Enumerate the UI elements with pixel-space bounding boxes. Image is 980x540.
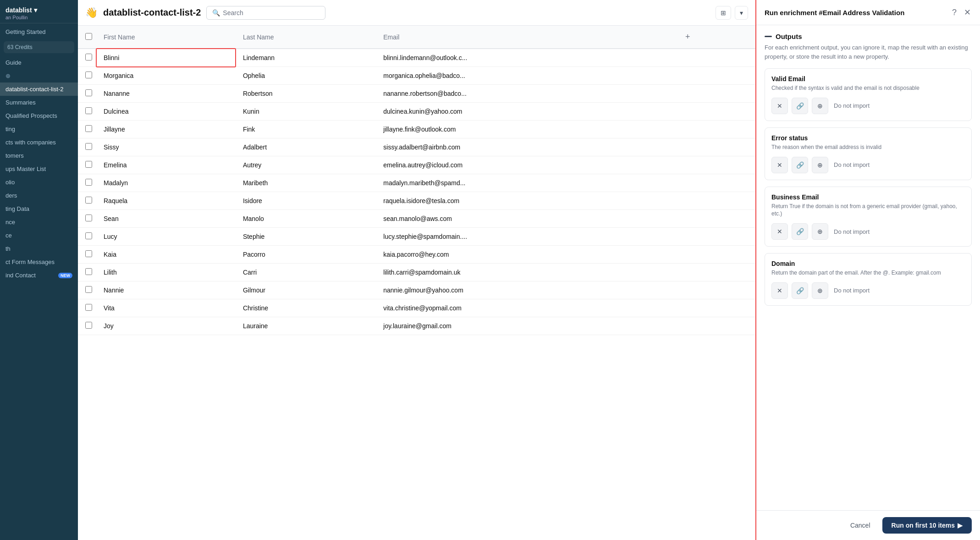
output-add-btn-domain[interactable]: ⊕	[812, 282, 828, 299]
sidebar-item-guide[interactable]: Guide	[0, 56, 78, 69]
sidebar-item-ind-contact-new[interactable]: ind Contact New	[0, 269, 78, 282]
help-button[interactable]: ?	[951, 7, 958, 18]
row-checkbox[interactable]	[85, 197, 92, 204]
cell-first-name[interactable]: Joy	[96, 317, 236, 335]
cell-email[interactable]: jillayne.fink@outlook.com	[376, 121, 674, 138]
cell-first-name[interactable]: Blinni	[96, 49, 236, 67]
cell-first-name[interactable]: Lilith	[96, 264, 236, 281]
cell-email[interactable]: vita.christine@yopmail.com	[376, 299, 674, 317]
cell-first-name[interactable]: Nananne	[96, 85, 236, 103]
cell-first-name[interactable]: Dulcinea	[96, 103, 236, 121]
cell-last-name[interactable]: Kunin	[236, 103, 376, 121]
add-column-button[interactable]: +	[682, 30, 694, 44]
cell-last-name[interactable]: Isidore	[236, 192, 376, 210]
cell-email[interactable]: lilith.carri@spamdomain.uk	[376, 264, 674, 281]
output-ignore-btn-domain[interactable]: ✕	[771, 282, 788, 299]
output-add-btn-valid-email[interactable]: ⊕	[812, 98, 828, 114]
sidebar-item-ting-data[interactable]: ting Data	[0, 202, 78, 215]
cell-last-name[interactable]: Autrey	[236, 156, 376, 174]
cell-first-name[interactable]: Nannie	[96, 281, 236, 299]
search-box[interactable]: 🔍 Search	[206, 6, 325, 20]
row-checkbox[interactable]	[85, 215, 92, 221]
cell-last-name[interactable]: Manolo	[236, 210, 376, 228]
cell-email[interactable]: raquela.isidore@tesla.com	[376, 192, 674, 210]
cell-first-name[interactable]: Sissy	[96, 138, 236, 156]
cell-email[interactable]: emelina.autrey@icloud.com	[376, 156, 674, 174]
cell-email[interactable]: kaia.pacorro@hey.com	[376, 246, 674, 264]
cell-last-name[interactable]: Pacorro	[236, 246, 376, 264]
row-checkbox[interactable]	[85, 143, 92, 150]
cell-first-name[interactable]: Morganica	[96, 67, 236, 85]
sidebar-item-ups-master-list[interactable]: ups Master List	[0, 162, 78, 176]
run-button[interactable]: Run on first 10 items ▶	[882, 517, 972, 534]
row-checkbox[interactable]	[85, 107, 92, 114]
sidebar-item-ct-form-messages[interactable]: ct Form Messages	[0, 255, 78, 269]
row-checkbox[interactable]	[85, 268, 92, 275]
row-checkbox[interactable]	[85, 286, 92, 293]
cell-first-name[interactable]: Vita	[96, 299, 236, 317]
output-map-btn-valid-email[interactable]: 🔗	[792, 98, 808, 114]
cell-last-name[interactable]: Ophelia	[236, 67, 376, 85]
row-checkbox[interactable]	[85, 54, 92, 61]
app-name[interactable]: datablist ▾	[6, 6, 72, 14]
row-checkbox[interactable]	[85, 89, 92, 96]
cell-email[interactable]: joy.lauraine@gmail.com	[376, 317, 674, 335]
sidebar-add-button[interactable]: ⊕	[0, 69, 78, 83]
cell-email[interactable]: nananne.robertson@badco...	[376, 85, 674, 103]
sidebar-item-datalist-contact-list-2[interactable]: datablist-contact-list-2	[0, 83, 78, 96]
sidebar-item-qualified-prospects[interactable]: Qualified Prospects	[0, 109, 78, 122]
row-checkbox[interactable]	[85, 125, 92, 132]
sidebar-item-th[interactable]: th	[0, 242, 78, 255]
row-checkbox[interactable]	[85, 161, 92, 168]
cell-email[interactable]: sean.manolo@aws.com	[376, 210, 674, 228]
output-add-btn-error-status[interactable]: ⊕	[812, 157, 828, 173]
cell-last-name[interactable]: Stephie	[236, 228, 376, 246]
sort-button[interactable]: ▾	[735, 6, 748, 20]
cell-first-name[interactable]: Raquela	[96, 192, 236, 210]
select-all-checkbox[interactable]	[85, 33, 92, 40]
cancel-button[interactable]: Cancel	[843, 518, 878, 533]
cell-email[interactable]: lucy.stephie@spamdomain....	[376, 228, 674, 246]
output-ignore-btn-business-email[interactable]: ✕	[771, 223, 788, 240]
row-checkbox[interactable]	[85, 179, 92, 186]
cell-last-name[interactable]: Adalbert	[236, 138, 376, 156]
cell-last-name[interactable]: Christine	[236, 299, 376, 317]
cell-email[interactable]: blinni.lindemann@outlook.c...	[376, 49, 674, 67]
cell-last-name[interactable]: Lauraine	[236, 317, 376, 335]
row-checkbox[interactable]	[85, 250, 92, 257]
cell-email[interactable]: nannie.gilmour@yahoo.com	[376, 281, 674, 299]
cell-email[interactable]: morganica.ophelia@badco...	[376, 67, 674, 85]
output-add-btn-business-email[interactable]: ⊕	[812, 223, 828, 240]
cell-email[interactable]: madalyn.maribeth@spamd...	[376, 174, 674, 192]
sidebar-item-ting[interactable]: ting	[0, 122, 78, 136]
cell-first-name[interactable]: Lucy	[96, 228, 236, 246]
sidebar-item-summaries[interactable]: Summaries	[0, 96, 78, 109]
cell-last-name[interactable]: Lindemann	[236, 49, 376, 67]
output-map-btn-error-status[interactable]: 🔗	[792, 157, 808, 173]
cell-email[interactable]: dulcinea.kunin@yahoo.com	[376, 103, 674, 121]
cell-first-name[interactable]: Jillayne	[96, 121, 236, 138]
sidebar-item-ders[interactable]: ders	[0, 189, 78, 202]
output-map-btn-domain[interactable]: 🔗	[792, 282, 808, 299]
output-ignore-btn-error-status[interactable]: ✕	[771, 157, 788, 173]
cell-first-name[interactable]: Emelina	[96, 156, 236, 174]
cell-first-name[interactable]: Kaia	[96, 246, 236, 264]
row-checkbox[interactable]	[85, 72, 92, 78]
close-panel-button[interactable]: ✕	[963, 6, 972, 18]
cell-email[interactable]: sissy.adalbert@airbnb.com	[376, 138, 674, 156]
output-map-btn-business-email[interactable]: 🔗	[792, 223, 808, 240]
cell-first-name[interactable]: Sean	[96, 210, 236, 228]
row-checkbox[interactable]	[85, 322, 92, 329]
output-ignore-btn-valid-email[interactable]: ✕	[771, 98, 788, 114]
cell-last-name[interactable]: Fink	[236, 121, 376, 138]
row-checkbox[interactable]	[85, 304, 92, 311]
sidebar-item-getting-started[interactable]: Getting Started	[0, 25, 78, 39]
row-checkbox[interactable]	[85, 232, 92, 239]
filter-button[interactable]: ⊞	[716, 6, 731, 20]
cell-last-name[interactable]: Gilmour	[236, 281, 376, 299]
cell-first-name[interactable]: Madalyn	[96, 174, 236, 192]
sidebar-item-nce[interactable]: nce	[0, 215, 78, 229]
cell-last-name[interactable]: Maribeth	[236, 174, 376, 192]
sidebar-item-olio[interactable]: olio	[0, 176, 78, 189]
sidebar-item-cts-with-companies[interactable]: cts with companies	[0, 136, 78, 149]
